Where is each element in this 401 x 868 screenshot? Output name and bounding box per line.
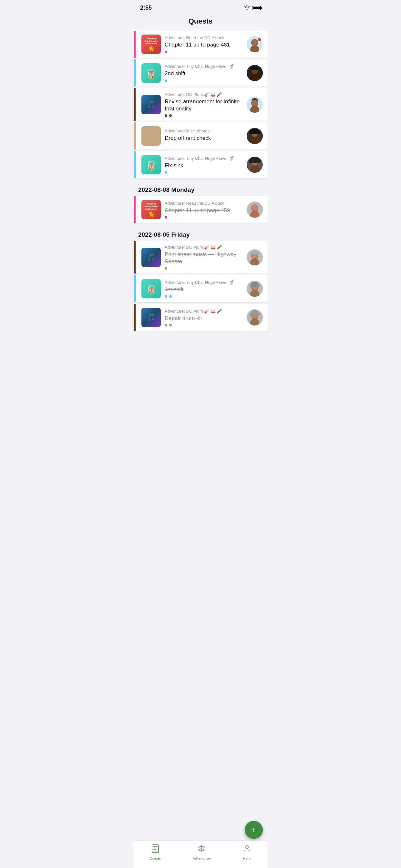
svg-point-4	[252, 39, 258, 45]
quest-info: Adventure: Misc. chores Drop off rent ch…	[165, 128, 247, 144]
quest-dots	[165, 80, 247, 82]
quest-card[interactable]: 🧋 Adventure: Tiny Cha, Huge Flavor 🥤 2nd…	[134, 59, 267, 87]
avatar	[247, 202, 263, 218]
status-time: 2:55	[140, 4, 152, 11]
quest-adventure: Adventure: Tiny Cha, Huge Flavor 🥤	[165, 280, 247, 285]
quest-thumbnail: DesigningData-IntensiveApplications 🐈	[142, 200, 161, 219]
quest-dot	[165, 171, 167, 174]
quest-dots	[165, 267, 247, 270]
left-bar	[134, 151, 135, 178]
page-title: Quests	[134, 14, 267, 31]
avatar	[247, 309, 263, 326]
friday-section: 🎵 Adventure: DC Plum 🎸 🥁 🎤 Print sheet m…	[134, 241, 267, 331]
quest-info: Adventure: DC Plum 🎸 🥁 🎤 Print sheet mus…	[165, 245, 247, 270]
svg-point-14	[252, 100, 258, 105]
status-bar: 2:55 ···	[134, 0, 267, 14]
avatar	[247, 157, 263, 173]
quest-dot	[165, 324, 167, 327]
quest-dot	[165, 216, 167, 219]
nav-item-hero[interactable]: Hero	[243, 844, 251, 854]
quest-dots	[165, 171, 247, 174]
section-header-friday: 2022-08-05 Friday	[134, 225, 267, 241]
quest-dot	[169, 295, 172, 298]
quest-card[interactable]: 🎵 Adventure: DC Plum 🎸 🥁 🎤 Repair drum k…	[134, 304, 267, 331]
quest-title: Chapter 11 up to page 481	[165, 41, 247, 49]
bottom-nav: Quests Adventures Hero	[134, 841, 267, 854]
quest-adventure: Adventure: Tiny Cha, Huge Flavor 🥤	[165, 64, 247, 69]
quest-info: Adventure: Read the DDIA book Chapter 11…	[165, 201, 247, 219]
quest-card[interactable]: DesigningData-IntensiveApplications 🐈 Ad…	[134, 31, 267, 58]
status-icons: ···	[238, 5, 261, 11]
svg-point-32	[252, 205, 258, 211]
left-bar	[134, 88, 135, 121]
left-bar	[134, 122, 135, 150]
quest-thumbnail: 🧋	[142, 279, 161, 299]
svg-point-28	[257, 159, 261, 163]
quest-title: 1st shift	[165, 286, 247, 293]
svg-point-20	[249, 131, 252, 134]
quest-dot	[165, 114, 167, 117]
avatar	[247, 128, 263, 144]
quest-dots	[165, 324, 247, 327]
quest-card[interactable]: Adventure: Misc. chores Drop off rent ch…	[134, 122, 267, 150]
quest-title: Fix sink	[165, 162, 247, 169]
quest-dot	[165, 80, 167, 82]
scroll-content[interactable]: DesigningData-IntensiveApplications 🐈 Ad…	[134, 31, 267, 854]
quest-dots	[165, 216, 247, 219]
quest-info: Adventure: Tiny Cha, Huge Flavor 🥤 1st s…	[165, 280, 247, 298]
avatar	[247, 36, 263, 52]
quest-card[interactable]: 🧋 Adventure: Tiny Cha, Huge Flavor 🥤 1st…	[134, 275, 267, 303]
svg-point-43	[250, 284, 252, 287]
plus-icon: +	[251, 825, 256, 835]
quest-thumbnail: 🎵	[142, 95, 161, 114]
adventures-icon	[197, 844, 206, 854]
svg-point-21	[257, 131, 260, 134]
quest-thumbnail	[142, 126, 161, 146]
left-bar	[134, 196, 135, 223]
quest-card[interactable]: DesigningData-IntensiveApplications 🐈 Ad…	[134, 196, 267, 223]
quest-info: Adventure: Read the DDIA book Chapter 11…	[165, 35, 247, 53]
quest-dot	[169, 324, 172, 327]
quest-thumbnail: 🧋	[142, 63, 161, 83]
quest-thumbnail: 🎵	[142, 308, 161, 327]
quest-info: Adventure: Tiny Cha, Huge Flavor 🥤 2nd s…	[165, 64, 247, 82]
nav-item-quests[interactable]: Quests	[150, 844, 161, 854]
quest-card[interactable]: 🎵 Adventure: DC Plum 🎸 🥁 🎤 Revise arrang…	[134, 88, 267, 121]
svg-point-27	[249, 159, 252, 163]
quest-adventure: Adventure: Read the DDIA book	[165, 35, 247, 40]
quest-thumbnail: DesigningData-IntensiveApplications 🐈	[142, 35, 161, 54]
quest-thumbnail: 🎵	[142, 248, 161, 267]
quest-dot	[169, 114, 172, 117]
quest-info: Adventure: DC Plum 🎸 🥁 🎤 Repair drum kit	[165, 309, 247, 327]
avatar	[247, 281, 263, 297]
quest-dots	[165, 295, 247, 298]
avatar	[247, 249, 263, 266]
wifi-icon	[244, 5, 250, 11]
avatar	[247, 65, 263, 81]
quest-dot	[165, 267, 167, 270]
svg-point-5	[258, 38, 261, 41]
quest-info: Adventure: DC Plum 🎸 🥁 🎤 Revise arrangem…	[165, 92, 247, 117]
quest-dot	[165, 295, 167, 298]
quest-dot	[165, 51, 167, 53]
quest-title: Chapter 11 up to page 459	[165, 207, 247, 214]
left-bar	[134, 241, 135, 274]
svg-point-37	[251, 251, 259, 255]
quest-adventure: Adventure: DC Plum 🎸 🥁 🎤	[165, 309, 247, 314]
quest-title: Drop off rent check	[165, 135, 247, 142]
svg-rect-56	[152, 845, 158, 852]
quest-card[interactable]: 🧋 Adventure: Tiny Cha, Huge Flavor 🥤 Fix…	[134, 151, 267, 179]
battery-icon	[252, 6, 261, 10]
svg-point-50	[249, 313, 252, 316]
today-section: DesigningData-IntensiveApplications 🐈 Ad…	[134, 31, 267, 179]
quest-adventure: Adventure: DC Plum 🎸 🥁 🎤	[165, 245, 247, 250]
left-bar	[134, 304, 135, 331]
svg-point-51	[257, 313, 260, 316]
signal-dots-icon: ···	[238, 6, 242, 10]
add-quest-button[interactable]: +	[245, 821, 263, 839]
svg-point-10	[251, 67, 258, 70]
avatar	[247, 97, 263, 113]
left-bar	[134, 59, 135, 87]
nav-item-adventures[interactable]: Adventures	[193, 844, 211, 854]
quest-card[interactable]: 🎵 Adventure: DC Plum 🎸 🥁 🎤 Print sheet m…	[134, 241, 267, 274]
